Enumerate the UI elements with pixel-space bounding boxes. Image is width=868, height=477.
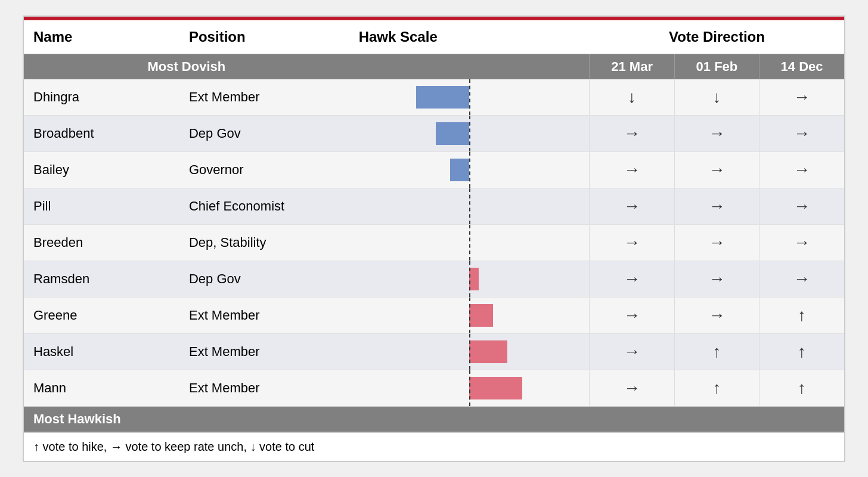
member-position: Dep Gov	[179, 115, 349, 151]
vote-cell: →	[590, 115, 674, 151]
vote-cell: →	[590, 297, 674, 333]
vote-cell: →	[674, 151, 759, 188]
most-hawkish-label: Most Hawkish	[24, 406, 844, 432]
date2-header: 01 Feb	[674, 54, 759, 79]
vote-cell: ↑	[760, 333, 844, 370]
vote-cell: →	[674, 224, 759, 261]
hawk-scale-header: Hawk Scale	[349, 20, 590, 54]
vote-cell: →	[674, 115, 759, 151]
table-row: BreedenDep, Stability→→→	[24, 224, 844, 261]
member-position: Chief Economist	[179, 188, 349, 224]
table-row: RamsdenDep Gov→→→	[24, 261, 844, 297]
center-line	[469, 152, 470, 188]
center-line	[469, 188, 470, 224]
hawk-scale-bar	[349, 297, 590, 333]
table-row: HaskelExt Member→↑↑	[24, 333, 844, 370]
hawk-scale-bar	[349, 115, 590, 151]
member-name: Dhingra	[24, 79, 179, 116]
vote-cell: →	[674, 188, 759, 224]
member-name: Haskel	[24, 333, 179, 370]
table-row: DhingraExt Member↓↓→	[24, 79, 844, 116]
date1-header: 21 Mar	[590, 54, 674, 79]
hawk-bar-fill	[469, 304, 493, 327]
table-row: MannExt Member→↑↑	[24, 370, 844, 406]
vote-cell: ↑	[760, 297, 844, 333]
hawk-bar-fill	[469, 268, 479, 290]
member-position: Ext Member	[179, 297, 349, 333]
hawk-scale-bar	[349, 151, 590, 188]
member-position: Dep, Stability	[179, 224, 349, 261]
center-line	[469, 79, 470, 115]
member-name: Broadbent	[24, 115, 179, 151]
table-row: BroadbentDep Gov→→→	[24, 115, 844, 151]
member-position: Ext Member	[179, 333, 349, 370]
position-header: Position	[179, 20, 349, 54]
hawk-scale-bar	[349, 79, 590, 116]
legend-text: ↑ vote to hike, → vote to keep rate unch…	[24, 432, 844, 461]
date3-header: 14 Dec	[760, 54, 844, 79]
hawk-scale-sub	[349, 54, 590, 79]
center-line	[469, 334, 470, 370]
legend-row: ↑ vote to hike, → vote to keep rate unch…	[24, 432, 844, 461]
vote-cell: →	[590, 188, 674, 224]
member-position: Ext Member	[179, 79, 349, 116]
table-row: PillChief Economist→→→	[24, 188, 844, 224]
vote-cell: →	[760, 224, 844, 261]
hawk-bar-fill	[469, 377, 522, 399]
column-headers: Name Position Hawk Scale Vote Direction	[24, 20, 844, 54]
vote-cell: →	[674, 297, 759, 333]
vote-cell: →	[590, 333, 674, 370]
sub-header-row: Most Dovish 21 Mar 01 Feb 14 Dec	[24, 54, 844, 79]
member-name: Greene	[24, 297, 179, 333]
footer-row: Most Hawkish	[24, 406, 844, 432]
hawk-scale-bar	[349, 370, 590, 406]
vote-cell: →	[590, 370, 674, 406]
vote-cell: →	[590, 151, 674, 188]
vote-cell: →	[760, 261, 844, 297]
table-row: BaileyGovernor→→→	[24, 151, 844, 188]
vote-cell: →	[674, 261, 759, 297]
vote-cell: ↑	[674, 370, 759, 406]
vote-cell: →	[760, 115, 844, 151]
vote-cell: →	[590, 261, 674, 297]
member-position: Ext Member	[179, 370, 349, 406]
vote-cell: →	[760, 188, 844, 224]
hawk-bar-fill	[450, 159, 469, 181]
member-name: Pill	[24, 188, 179, 224]
main-table-wrapper: Name Position Hawk Scale Vote Direction …	[23, 16, 845, 462]
hawk-bar-fill	[436, 122, 469, 145]
vote-cell: ↓	[590, 79, 674, 116]
table-row: GreeneExt Member→→↑	[24, 297, 844, 333]
hawk-scale-bar	[349, 224, 590, 261]
name-header: Name	[24, 20, 179, 54]
vote-cell: ↑	[674, 333, 759, 370]
hawk-bar-fill	[469, 340, 507, 363]
table-body: DhingraExt Member↓↓→BroadbentDep Gov→→→B…	[24, 79, 844, 407]
center-line	[469, 116, 470, 151]
vote-cell: ↑	[760, 370, 844, 406]
center-line	[469, 225, 470, 261]
hawk-scale-bar	[349, 333, 590, 370]
center-line	[469, 261, 470, 297]
hawk-scale-bar	[349, 261, 590, 297]
vote-cell: →	[760, 79, 844, 116]
member-position: Governor	[179, 151, 349, 188]
member-position: Dep Gov	[179, 261, 349, 297]
vote-direction-header: Vote Direction	[590, 20, 844, 54]
member-name: Ramsden	[24, 261, 179, 297]
vote-cell: →	[760, 151, 844, 188]
most-dovish-label: Most Dovish	[24, 54, 349, 79]
vote-cell: →	[590, 224, 674, 261]
center-line	[469, 298, 470, 333]
member-name: Breeden	[24, 224, 179, 261]
center-line	[469, 370, 470, 406]
hawk-bar-fill	[416, 86, 469, 109]
member-name: Bailey	[24, 151, 179, 188]
hawk-scale-bar	[349, 188, 590, 224]
vote-cell: ↓	[674, 79, 759, 116]
member-name: Mann	[24, 370, 179, 406]
